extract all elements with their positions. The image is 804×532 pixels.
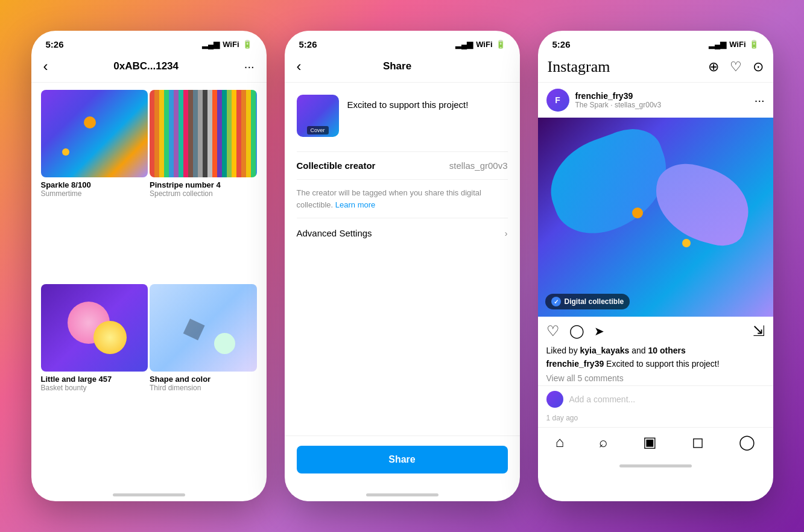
gallery-item-shape[interactable]: Shape and color Third dimension <box>150 284 257 477</box>
post-dot-yellow-1 <box>632 207 643 218</box>
gallery-thumb-sparkle <box>41 90 148 177</box>
status-icons-2: ▂▄▆ WiFi 🔋 <box>455 40 505 49</box>
add-post-icon[interactable]: ⊕ <box>708 59 719 75</box>
collectible-creator-value: stellas_gr00v3 <box>449 160 508 171</box>
nav-profile-icon[interactable]: ◯ <box>739 434 755 451</box>
caption-text: Excited to support this project! <box>606 359 720 369</box>
view-comments-link[interactable]: View all 5 comments <box>538 372 773 385</box>
back-button-2[interactable]: ‹ <box>297 58 302 75</box>
share-button[interactable]: Share <box>297 446 508 473</box>
gallery-name-balloon: Little and large 457 <box>41 375 148 384</box>
status-icons-3: ▂▄▆ WiFi 🔋 <box>709 40 759 49</box>
gallery-collection-pinstripe: Spectrum collection <box>150 189 257 198</box>
post-username[interactable]: frenchie_fry39 <box>575 91 755 101</box>
collectible-creator-label: Collectible creator <box>297 160 376 171</box>
more-button-1[interactable]: ··· <box>244 60 255 74</box>
post-more-button[interactable]: ··· <box>755 93 765 107</box>
signal-icon-3: ▂▄▆ <box>709 40 726 49</box>
likes-and: and <box>631 346 645 355</box>
share-post-preview: Cover Excited to support this project! <box>297 95 508 137</box>
phone-1: 5:26 ▂▄▆ WiFi 🔋 ‹ 0xABC...1234 ··· Spark… <box>31 31 267 501</box>
likes-others[interactable]: 10 others <box>648 346 685 355</box>
back-button-1[interactable]: ‹ <box>43 58 48 75</box>
nft-image-pinstripe <box>150 90 257 177</box>
phone-3: 5:26 ▂▄▆ WiFi 🔋 Instagram ⊕ ♡ ⊙ F french… <box>538 31 773 501</box>
signal-icon-2: ▂▄▆ <box>455 40 473 49</box>
home-indicator-1 <box>31 483 267 501</box>
post-dot: · <box>610 101 612 109</box>
wifi-icon-3: WiFi <box>729 40 745 49</box>
time-3: 5:26 <box>552 39 571 49</box>
messenger-icon[interactable]: ⊙ <box>753 59 764 75</box>
nft-gallery-grid: Sparkle 8/100 Summertime Pinstripe numbe… <box>31 83 267 483</box>
home-bar-1 <box>113 493 185 496</box>
post-actions-left: ♡ ◯ ➤ <box>546 323 604 340</box>
signal-icon: ▂▄▆ <box>202 40 220 49</box>
gallery-label-sparkle: Sparkle 8/100 Summertime <box>41 177 148 199</box>
likes-user[interactable]: kyia_kayaks <box>580 346 630 355</box>
learn-more-link[interactable]: Learn more <box>335 200 375 209</box>
gallery-label-pinstripe: Pinstripe number 4 Spectrum collection <box>150 177 257 199</box>
post-brand-user[interactable]: stellas_gr00v3 <box>615 101 661 109</box>
instagram-header: Instagram ⊕ ♡ ⊙ <box>538 53 773 83</box>
post-subtitle: The Spark · stellas_gr00v3 <box>575 101 755 109</box>
gallery-thumb-pinstripe <box>150 90 257 177</box>
status-bar-2: 5:26 ▂▄▆ WiFi 🔋 <box>285 31 520 53</box>
post-header: F frenchie_fry39 The Spark · stellas_gr0… <box>538 83 773 118</box>
likes-prefix: Liked by <box>546 346 578 355</box>
gallery-label-shape: Shape and color Third dimension <box>150 372 257 393</box>
digital-collectible-badge[interactable]: ✓ Digital collectible <box>545 294 630 309</box>
share-caption-text: Excited to support this project! <box>347 95 469 110</box>
gallery-name-sparkle: Sparkle 8/100 <box>41 180 148 189</box>
share-button-ig[interactable]: ➤ <box>594 324 604 338</box>
digital-badge-label: Digital collectible <box>565 297 624 306</box>
comment-placeholder[interactable]: Add a comment... <box>569 394 636 404</box>
gallery-collection-shape: Third dimension <box>150 384 257 392</box>
wifi-icon-2: WiFi <box>476 40 492 49</box>
gallery-item-balloon[interactable]: Little and large 457 Basket bounty <box>41 284 148 477</box>
chevron-right-icon: › <box>505 229 508 238</box>
gallery-thumb-shape <box>150 284 257 372</box>
battery-icon-3: 🔋 <box>749 40 759 49</box>
comment-button[interactable]: ◯ <box>569 323 584 339</box>
gallery-name-pinstripe: Pinstripe number 4 <box>150 180 257 189</box>
wifi-icon: WiFi <box>223 40 239 49</box>
nav-search-icon[interactable]: ⌕ <box>599 434 607 451</box>
bookmark-button[interactable]: ⇲ <box>753 323 765 340</box>
share-thumbnail: Cover <box>297 95 339 137</box>
collectible-creator-row: Collectible creator stellas_gr00v3 <box>297 151 508 180</box>
caption-username[interactable]: frenchie_fry39 <box>546 359 604 369</box>
share-title: Share <box>383 60 411 72</box>
home-indicator-3 <box>538 454 773 472</box>
home-bar-2 <box>366 493 438 496</box>
post-timestamp: 1 day ago <box>538 413 773 427</box>
check-circle-icon: ✓ <box>551 297 561 306</box>
creator-note-text: The creator will be tagged when you shar… <box>297 188 481 209</box>
post-likes: Liked by kyia_kayaks and 10 others <box>538 346 773 359</box>
nft-image-shape <box>150 284 257 372</box>
comment-input-row: Add a comment... <box>538 385 773 413</box>
post-image: ✓ Digital collectible <box>538 118 773 317</box>
post-dot-yellow-2 <box>682 239 691 247</box>
nft-image-balloon <box>41 284 148 372</box>
battery-icon-2: 🔋 <box>496 40 505 49</box>
notifications-icon[interactable]: ♡ <box>730 59 742 75</box>
advanced-settings-row[interactable]: Advanced Settings › <box>297 218 508 248</box>
post-brand: The Spark <box>575 101 609 109</box>
gallery-label-balloon: Little and large 457 Basket bounty <box>41 372 148 393</box>
cover-badge: Cover <box>306 126 328 135</box>
gallery-name-shape: Shape and color <box>150 375 257 384</box>
nav-home-icon[interactable]: ⌂ <box>556 434 565 451</box>
gallery-item-sparkle[interactable]: Sparkle 8/100 Summertime <box>41 90 148 282</box>
like-button[interactable]: ♡ <box>546 323 560 340</box>
gallery-collection-sparkle: Summertime <box>41 189 148 198</box>
creator-note: The creator will be tagged when you shar… <box>297 180 508 218</box>
status-bar-3: 5:26 ▂▄▆ WiFi 🔋 <box>538 31 773 53</box>
ig-header-icons: ⊕ ♡ ⊙ <box>708 59 764 75</box>
nft-image-sparkle <box>41 90 148 177</box>
nav-shop-icon[interactable]: ◻ <box>692 434 704 451</box>
nav-reels-icon[interactable]: ▣ <box>643 434 657 451</box>
comment-avatar <box>546 391 563 408</box>
gallery-item-pinstripe[interactable]: Pinstripe number 4 Spectrum collection <box>150 90 257 282</box>
wallet-address: 0xABC...1234 <box>113 60 179 72</box>
